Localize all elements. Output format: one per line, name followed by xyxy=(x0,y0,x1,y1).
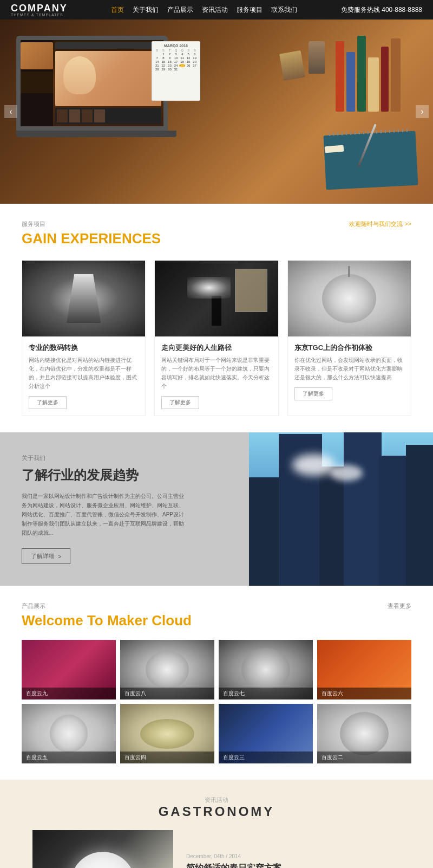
services-link[interactable]: 欢迎随时与我们交流 >> xyxy=(349,220,411,228)
services-grid: 专业的数码转换 网站内链接优化是对网站的站内链接进行优化，在内链优化中，分发的权… xyxy=(22,260,411,416)
product-item-5[interactable]: 百度云五 xyxy=(22,704,116,763)
laptop-sidebar-item xyxy=(21,42,53,69)
hero-desk-items xyxy=(254,117,417,187)
nav-news[interactable]: 资讯活动 xyxy=(202,5,228,15)
cal-cell: 13 xyxy=(192,56,198,60)
lamp-stem xyxy=(348,266,350,277)
nav-services[interactable]: 服务项目 xyxy=(237,5,263,15)
about-image xyxy=(249,432,433,586)
cal-cell: 5 xyxy=(186,53,192,56)
fluffy-lamp xyxy=(322,274,376,323)
about-title: 了解行业的发展趋势 xyxy=(22,467,227,484)
product-label-3: 百度云七 xyxy=(219,688,313,699)
cal-cell: 10 xyxy=(173,56,179,60)
product-label-6: 百度云四 xyxy=(120,752,214,763)
product-item-7[interactable]: 百度云三 xyxy=(219,704,313,763)
service-image-1 xyxy=(22,261,145,336)
filmstrip-item xyxy=(57,109,68,122)
book xyxy=(368,57,379,112)
service-card-3: 东京TGC上的合作初体验 你在优化过网站，会发现网站收录的页面，收录不收录，但是… xyxy=(287,260,411,416)
cal-day: T xyxy=(167,49,173,52)
service-image-2 xyxy=(155,261,278,336)
product-item-1[interactable]: 百度云九 xyxy=(22,640,116,699)
building-4 xyxy=(344,432,382,586)
nav-products[interactable]: 产品展示 xyxy=(167,5,193,15)
service-card-title-3: 东京TGC上的合作初体验 xyxy=(294,343,404,353)
laptop-main-image xyxy=(55,51,161,106)
book xyxy=(391,38,401,112)
nav-contact[interactable]: 联系我们 xyxy=(271,5,297,15)
hero-prev-button[interactable]: ‹ xyxy=(4,105,17,118)
product-item-3[interactable]: 百度云七 xyxy=(219,640,313,699)
cal-cell: 12 xyxy=(186,56,192,60)
product-item-2[interactable]: 百度云八 xyxy=(120,640,214,699)
products-grid: 百度云九 百度云八 百度云七 百度云六 百度云五 百度云 xyxy=(22,640,411,763)
cal-cell: 11 xyxy=(179,56,185,60)
services-header: 服务项目 GAIN EXPERIENCES 欢迎随时与我们交流 >> xyxy=(22,220,411,249)
about-detail-button[interactable]: 了解详细 > xyxy=(22,548,70,564)
hero-misc xyxy=(279,50,305,81)
building-5 xyxy=(379,456,409,586)
cal-cell: 23 xyxy=(167,64,173,67)
gallery-portrait xyxy=(235,269,267,312)
building-6 xyxy=(406,445,433,586)
hero-next-button[interactable]: › xyxy=(416,105,429,118)
cloud-2 xyxy=(330,465,363,481)
book xyxy=(381,47,389,112)
gastro-content: ‹ December, 04th / 2014 简约舒适的春日实穿方案 结余置重… xyxy=(0,830,433,868)
lamp-shape-2 xyxy=(146,651,189,689)
nav-about[interactable]: 关于我们 xyxy=(133,5,159,15)
lamp-shape-5 xyxy=(50,715,88,753)
service-card-btn-2[interactable]: 了解更多 xyxy=(161,396,199,409)
cal-cell: 3 xyxy=(173,53,179,56)
service-card-btn-1[interactable]: 了解更多 xyxy=(29,396,67,409)
book xyxy=(336,41,344,112)
laptop-sidebar xyxy=(21,40,53,126)
notebook-spiral xyxy=(329,128,410,136)
cal-day: S xyxy=(161,49,167,52)
services-label: 服务项目 xyxy=(22,220,161,228)
cal-cell: 18 xyxy=(179,60,185,63)
hero-inner: MARÇO 2016 DSTQQSS 123456 78910111213 14… xyxy=(0,20,433,204)
service-body-1: 专业的数码转换 网站内链接优化是对网站的站内链接进行优化，在内链优化中，分发的权… xyxy=(22,336,145,416)
hotline: 免费服务热线 400-888-8888 xyxy=(341,5,422,15)
gallery-visual xyxy=(155,261,278,336)
products-more-link[interactable]: 查看更多 xyxy=(388,602,411,610)
cal-day: Q xyxy=(173,49,179,52)
cal-cell: 8 xyxy=(161,56,167,60)
book xyxy=(357,36,366,112)
gastro-img-inner xyxy=(32,830,173,868)
gastro-label: 资讯活动 xyxy=(0,796,433,804)
cal-cell xyxy=(154,53,160,56)
cal-cell: 22 xyxy=(161,64,167,67)
nav-home[interactable]: 首页 xyxy=(111,5,124,15)
cal-cell: 14 xyxy=(154,60,160,63)
service-body-2: 走向更美好的人生路径 网站关键词布局对于一个网站来说是非常重要的，一个好的布局等… xyxy=(155,336,278,416)
laptop-top-bar xyxy=(55,42,161,49)
cal-cell: 17 xyxy=(173,60,179,63)
product-item-4[interactable]: 百度云六 xyxy=(317,640,411,699)
service-card-btn-3[interactable]: 了解更多 xyxy=(294,387,332,400)
service-card-2: 走向更美好的人生路径 网站关键词布局对于一个网站来说是非常重要的，一个好的布局等… xyxy=(154,260,278,416)
cal-cell: 19 xyxy=(186,60,192,63)
logo-name: COMPANY xyxy=(11,3,68,13)
gallery-person xyxy=(212,296,221,326)
cal-cell: 2 xyxy=(167,53,173,56)
cal-day: S xyxy=(192,49,198,52)
cal-day: S xyxy=(186,49,192,52)
laptop-screen xyxy=(16,36,168,131)
cal-cell: 6 xyxy=(192,53,198,56)
gastro-header: 资讯活动 GASTRONOMY xyxy=(0,796,433,819)
product-item-8[interactable]: 百度云二 xyxy=(317,704,411,763)
product-item-6[interactable]: 百度云四 xyxy=(120,704,214,763)
service-card-1: 专业的数码转换 网站内链接优化是对网站的站内链接进行优化，在内链优化中，分发的权… xyxy=(22,260,146,416)
lamp-shape-8 xyxy=(340,712,389,755)
laptop-screen-inner xyxy=(21,40,163,126)
product-label-1: 百度云九 xyxy=(22,688,116,699)
filmstrip-item xyxy=(82,109,93,122)
product-label-2: 百度云八 xyxy=(120,688,214,699)
gastro-title: GASTRONOMY xyxy=(0,804,433,819)
building-1 xyxy=(249,477,281,586)
product-label-7: 百度云三 xyxy=(219,752,313,763)
cal-cell: 7 xyxy=(154,56,160,60)
